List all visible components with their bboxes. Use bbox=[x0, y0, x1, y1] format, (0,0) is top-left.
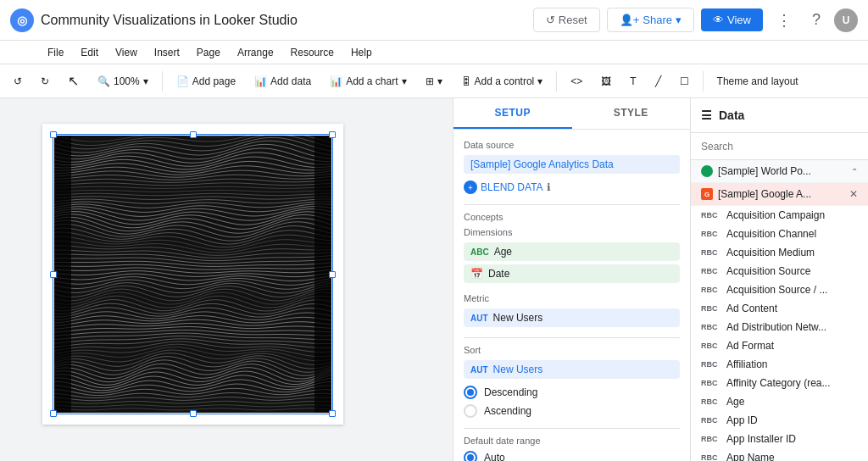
share-button[interactable]: 👤+ Share ▾ bbox=[607, 8, 694, 32]
data-panel-title: Data bbox=[719, 108, 744, 122]
ascending-radio[interactable] bbox=[464, 404, 477, 418]
avatar[interactable]: U bbox=[834, 8, 858, 32]
date-auto[interactable]: Auto bbox=[464, 451, 680, 461]
field-type-10: RBC bbox=[701, 397, 721, 406]
share-icon: 👤+ bbox=[620, 14, 640, 26]
code-button[interactable]: <> bbox=[564, 72, 589, 91]
data-source-world-pop[interactable]: [Sample] World Po... ⌃ bbox=[691, 160, 868, 183]
menu-help[interactable]: Help bbox=[344, 45, 379, 60]
reset-button[interactable]: ↺ Reset bbox=[533, 8, 600, 32]
data-source-badge[interactable]: [Sample] Google Analytics Data bbox=[464, 155, 680, 174]
data-source-google-analytics[interactable]: G [Sample] Google A... ✕ bbox=[691, 183, 868, 206]
field-ad-format[interactable]: RBC Ad Format bbox=[691, 336, 868, 355]
metric-new-users[interactable]: AUT New Users bbox=[464, 308, 680, 327]
tab-setup[interactable]: SETUP bbox=[453, 98, 572, 129]
setup-panel: SETUP STYLE Data source [Sample] Google … bbox=[453, 98, 690, 461]
tab-style[interactable]: STYLE bbox=[572, 98, 691, 129]
field-type-1: RBC bbox=[701, 230, 721, 238]
help-button[interactable]: ? bbox=[805, 8, 827, 32]
handle-bottom-left[interactable] bbox=[50, 410, 57, 417]
field-ad-distribution[interactable]: RBC Ad Distribution Netw... bbox=[691, 318, 868, 336]
data-source-label: Data source bbox=[464, 140, 680, 150]
add-chart-icon: 📊 bbox=[330, 75, 342, 87]
close-icon[interactable]: ✕ bbox=[849, 188, 858, 200]
sort-descending[interactable]: Descending bbox=[464, 386, 680, 399]
auto-radio[interactable] bbox=[464, 451, 477, 461]
image-button[interactable]: 🖼 bbox=[594, 72, 618, 91]
view-button[interactable]: 👁 View bbox=[701, 8, 763, 31]
toolbar-divider-1 bbox=[162, 71, 163, 92]
date-radio-group: Auto Custom bbox=[464, 451, 680, 461]
menu-view[interactable]: View bbox=[108, 45, 144, 60]
field-acquisition-channel[interactable]: RBC Acquisition Channel bbox=[691, 225, 868, 243]
undo-button[interactable]: ↺ bbox=[7, 72, 29, 91]
add-control-button[interactable]: 🎛 Add a control ▾ bbox=[454, 72, 550, 91]
line-button[interactable]: ╱ bbox=[648, 72, 668, 91]
menu-arrange[interactable]: Arrange bbox=[231, 45, 281, 60]
dimension-age-name: Age bbox=[494, 246, 512, 258]
handle-top-left[interactable] bbox=[50, 131, 57, 138]
google-analytics-icon: G bbox=[701, 188, 713, 200]
field-age[interactable]: RBC Age bbox=[691, 392, 868, 411]
handle-bottom-right[interactable] bbox=[329, 410, 336, 417]
add-chart-button[interactable]: 📊 Add a chart ▾ bbox=[323, 72, 413, 91]
zoom-control[interactable]: 🔍 100% ▾ bbox=[91, 72, 155, 91]
menu-edit[interactable]: Edit bbox=[74, 45, 105, 60]
sort-field[interactable]: AUT New Users bbox=[464, 360, 680, 379]
field-name-4: Acquisition Source / ... bbox=[726, 284, 827, 296]
handle-middle-right[interactable] bbox=[329, 271, 336, 278]
handle-top-right[interactable] bbox=[329, 131, 336, 138]
metric-type: AUT bbox=[470, 314, 488, 323]
top-bar-right: ↺ Reset 👤+ Share ▾ 👁 View ⋮ ? U bbox=[533, 8, 858, 33]
metric-icon: ⊞ bbox=[426, 75, 434, 87]
add-metric-button[interactable]: ⊞ ▾ bbox=[419, 72, 449, 91]
handle-middle-left[interactable] bbox=[50, 271, 57, 278]
field-acquisition-medium[interactable]: RBC Acquisition Medium bbox=[691, 243, 868, 262]
panel-tabs: SETUP STYLE bbox=[453, 98, 690, 130]
menu-insert[interactable]: Insert bbox=[147, 45, 186, 60]
shape-icon: ☐ bbox=[680, 75, 689, 87]
field-acquisition-source[interactable]: RBC Acquisition Source bbox=[691, 262, 868, 280]
field-app-id[interactable]: RBC App ID bbox=[691, 411, 868, 430]
zoom-icon: 🔍 bbox=[97, 75, 110, 87]
field-affinity-category[interactable]: RBC Affinity Category (rea... bbox=[691, 374, 868, 392]
more-button[interactable]: ⋮ bbox=[770, 8, 798, 33]
field-name-6: Ad Distribution Netw... bbox=[726, 321, 826, 333]
dimension-age[interactable]: ABC Age bbox=[464, 242, 680, 261]
add-data-button[interactable]: 📊 Add data bbox=[248, 72, 318, 91]
metric-group: Metric AUT New Users bbox=[464, 293, 680, 327]
dimensions-label: Dimensions bbox=[464, 227, 680, 237]
blend-data-button[interactable]: + BLEND DATA ℹ bbox=[464, 181, 680, 194]
sort-ascending[interactable]: Ascending bbox=[464, 404, 680, 418]
cursor-tool[interactable]: ↖ bbox=[61, 69, 86, 92]
field-affiliation[interactable]: RBC Affiliation bbox=[691, 355, 868, 374]
field-app-name[interactable]: RBC App Name bbox=[691, 448, 868, 461]
shape-button[interactable]: ☐ bbox=[673, 72, 696, 91]
redo-button[interactable]: ↻ bbox=[34, 72, 56, 91]
divider-2 bbox=[464, 337, 680, 338]
info-icon[interactable]: ℹ bbox=[547, 181, 551, 193]
concepts-group: Concepts Dimensions ABC Age 📅 Date bbox=[464, 212, 680, 283]
search-input[interactable] bbox=[701, 141, 858, 153]
field-app-installer-id[interactable]: RBC App Installer ID bbox=[691, 430, 868, 448]
field-acquisition-source-medium[interactable]: RBC Acquisition Source / ... bbox=[691, 280, 868, 299]
text-icon: T bbox=[630, 75, 636, 87]
add-page-button[interactable]: 📄 Add page bbox=[170, 72, 242, 91]
field-acquisition-campaign[interactable]: RBC Acquisition Campaign bbox=[691, 206, 868, 225]
descending-radio[interactable] bbox=[464, 386, 477, 399]
field-ad-content[interactable]: RBC Ad Content bbox=[691, 299, 868, 318]
theme-button[interactable]: Theme and layout bbox=[710, 72, 805, 91]
toolbar-divider-2 bbox=[556, 71, 557, 92]
canvas-area[interactable]: .wl { stroke: rgba(255,255,255,0.5); str… bbox=[0, 98, 453, 461]
menu-page[interactable]: Page bbox=[190, 45, 227, 60]
field-type-0: RBC bbox=[701, 211, 721, 219]
menu-file[interactable]: File bbox=[41, 45, 70, 60]
handle-top-center[interactable] bbox=[190, 131, 197, 138]
handle-bottom-center[interactable] bbox=[190, 410, 197, 417]
dimension-date[interactable]: 📅 Date bbox=[464, 264, 680, 283]
dimension-date-name: Date bbox=[488, 268, 509, 280]
text-button[interactable]: T bbox=[623, 72, 643, 91]
menu-resource[interactable]: Resource bbox=[284, 45, 341, 60]
data-list: [Sample] World Po... ⌃ G [Sample] Google… bbox=[691, 160, 868, 461]
reset-icon: ↺ bbox=[546, 14, 555, 26]
